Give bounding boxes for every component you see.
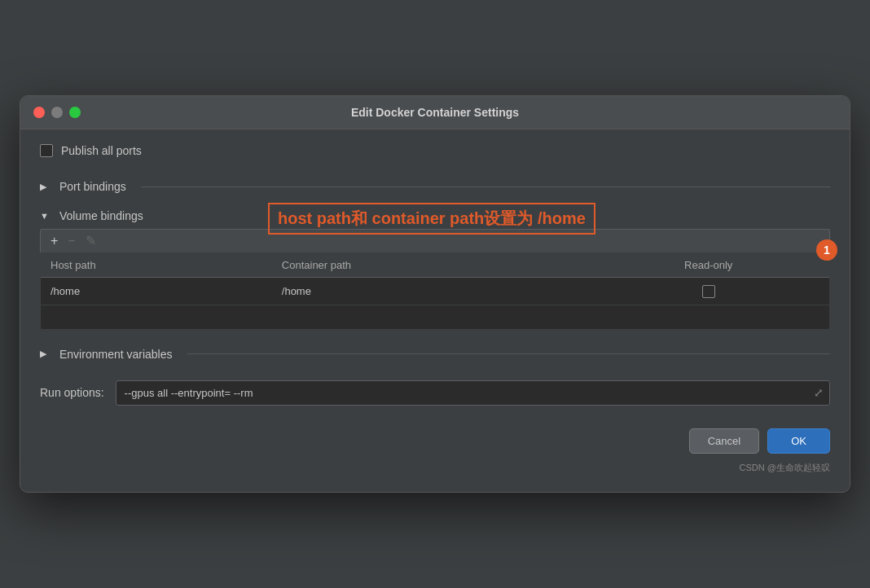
host-path-cell: /home xyxy=(41,278,272,305)
col-host-path: Host path xyxy=(41,253,272,278)
step-badge: 1 xyxy=(816,239,837,261)
ok-button[interactable]: OK xyxy=(767,428,830,454)
remove-volume-button[interactable]: − xyxy=(64,233,78,249)
read-only-checkbox[interactable] xyxy=(702,285,715,298)
dialog-container: Edit Docker Container Settings Publish a… xyxy=(20,95,850,493)
col-read-only: Read-only xyxy=(587,253,829,278)
cancel-button[interactable]: Cancel xyxy=(689,428,759,454)
volume-table-toolbar: + − ✎ 1 xyxy=(40,229,830,252)
env-vars-arrow-icon[interactable]: ▶ xyxy=(40,349,51,359)
run-options-input-wrap: ⤢ xyxy=(116,380,830,406)
port-bindings-arrow-icon[interactable]: ▶ xyxy=(40,182,51,192)
volume-table: Host path Container path Read-only /home… xyxy=(40,252,830,330)
publish-ports-label: Publish all ports xyxy=(61,144,142,157)
volume-bindings-section: ▼ Volume bindings host path和 container p… xyxy=(40,203,830,330)
run-options-row: Run options: ⤢ xyxy=(40,380,830,406)
expand-icon[interactable]: ⤢ xyxy=(814,386,824,399)
run-options-input[interactable] xyxy=(116,380,830,406)
read-only-cell xyxy=(587,278,829,305)
traffic-lights xyxy=(33,107,81,118)
close-button[interactable] xyxy=(33,107,45,118)
run-options-label: Run options: xyxy=(40,386,104,399)
dialog-title: Edit Docker Container Settings xyxy=(351,106,519,119)
table-empty-row xyxy=(41,305,830,329)
table-row: /home /home xyxy=(41,278,830,305)
container-path-cell: /home xyxy=(272,278,588,305)
watermark: CSDN @生命吹起轻叹 xyxy=(40,457,830,476)
port-bindings-section: ▶ Port bindings xyxy=(40,173,830,200)
bottom-buttons-row: Cancel OK xyxy=(40,422,830,457)
dialog-body: Publish all ports ▶ Port bindings ▼ Volu… xyxy=(20,129,850,492)
volume-bindings-arrow-icon[interactable]: ▼ xyxy=(40,211,51,221)
publish-ports-checkbox[interactable] xyxy=(40,144,53,157)
maximize-button[interactable] xyxy=(69,107,81,118)
env-vars-title: Environment variables xyxy=(59,348,173,361)
minimize-button[interactable] xyxy=(51,107,63,118)
edit-volume-button[interactable]: ✎ xyxy=(82,233,99,249)
volume-bindings-title: Volume bindings xyxy=(59,209,143,222)
env-vars-row: ▶ Environment variables xyxy=(40,341,830,367)
col-container-path: Container path xyxy=(272,253,588,278)
port-bindings-title: Port bindings xyxy=(59,180,126,193)
title-bar: Edit Docker Container Settings xyxy=(20,96,850,129)
add-volume-button[interactable]: + xyxy=(47,233,61,249)
publish-ports-row: Publish all ports xyxy=(40,144,830,157)
environment-variables-section: ▶ Environment variables xyxy=(40,341,830,367)
